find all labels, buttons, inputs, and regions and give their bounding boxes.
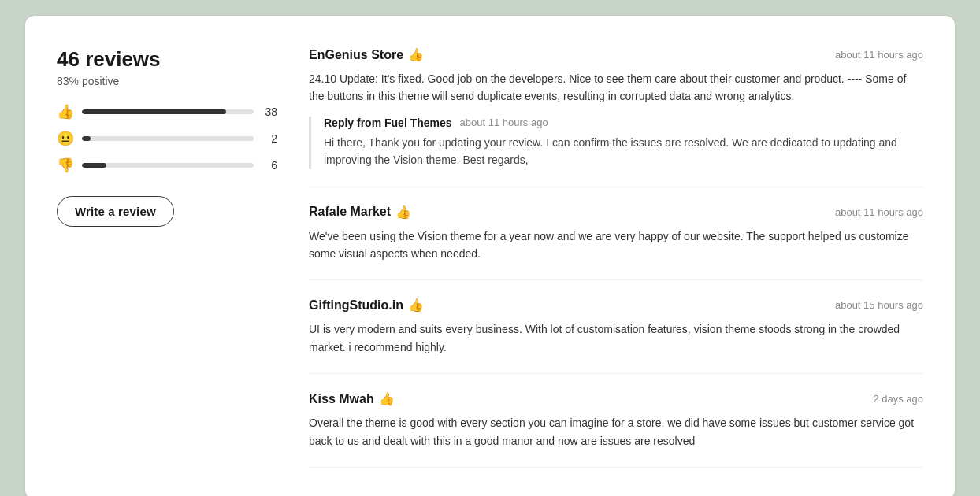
reviews-card: 46 reviews 83% positive 👍38😐2👎6 Write a … [25,16,955,496]
thumbs-up-icon: 👍 [408,298,424,313]
bar-fill-negative [82,163,106,168]
review-text: UI is very modern and suits every busine… [309,320,923,356]
thumbs-up-icon: 👍 [395,205,411,220]
reviewer-name: EnGenius Store 👍 [309,47,424,62]
rating-row-neutral: 😐2 [57,130,277,147]
reviewer-name: Rafale Market 👍 [309,205,411,220]
reviewer-name: GiftingStudio.in 👍 [309,298,424,313]
review-item: EnGenius Store 👍about 11 hours ago24.10 … [309,47,923,187]
neutral-icon: 😐 [57,130,74,147]
review-header: GiftingStudio.in 👍about 15 hours ago [309,298,923,313]
rating-bars: 👍38😐2👎6 [57,103,277,174]
bar-count-negative: 6 [262,159,277,172]
bar-track-negative [82,163,254,168]
review-item: GiftingStudio.in 👍about 15 hours agoUI i… [309,280,923,374]
positive-pct: 83% positive [57,75,277,87]
thumbs-up-icon: 👍 [408,47,424,62]
review-time: about 11 hours ago [835,49,923,61]
review-time: about 11 hours ago [835,206,923,218]
bar-track-neutral [82,136,254,141]
review-header: Kiss Mwah 👍2 days ago [309,391,923,406]
review-time: about 15 hours ago [835,299,923,311]
reviews-count: 46 reviews [57,47,277,72]
bar-fill-neutral [82,136,91,141]
right-panel: EnGenius Store 👍about 11 hours ago24.10 … [309,47,923,468]
review-item: Rafale Market 👍about 11 hours agoWe've b… [309,187,923,281]
review-time: 2 days ago [873,393,923,405]
review-text: We've been using the Vision theme for a … [309,228,923,263]
bar-count-positive: 38 [262,105,277,118]
review-text: 24.10 Update: It's fixed. Good job on th… [309,70,923,105]
bar-count-neutral: 2 [262,132,277,145]
reply-text: Hi there, Thank you for updating your re… [324,134,923,169]
negative-icon: 👎 [57,157,74,174]
reply-block: Reply from Fuel Themesabout 11 hours ago… [309,117,923,169]
thumbs-up-icon: 👍 [379,391,395,406]
reply-author: Reply from Fuel Themes [324,117,452,129]
bar-fill-positive [82,109,226,114]
review-text: Overall the theme is good with every sec… [309,414,923,450]
write-review-button[interactable]: Write a review [57,196,174,227]
review-item: Kiss Mwah 👍2 days agoOverall the theme i… [309,374,923,468]
left-panel: 46 reviews 83% positive 👍38😐2👎6 Write a … [57,47,277,468]
rating-row-negative: 👎6 [57,157,277,174]
reply-time: about 11 hours ago [460,117,548,128]
bar-track-positive [82,109,254,114]
review-header: Rafale Market 👍about 11 hours ago [309,205,923,220]
positive-icon: 👍 [57,103,74,120]
review-header: EnGenius Store 👍about 11 hours ago [309,47,923,62]
reply-header: Reply from Fuel Themesabout 11 hours ago [324,117,923,129]
rating-row-positive: 👍38 [57,103,277,120]
reviewer-name: Kiss Mwah 👍 [309,391,395,406]
